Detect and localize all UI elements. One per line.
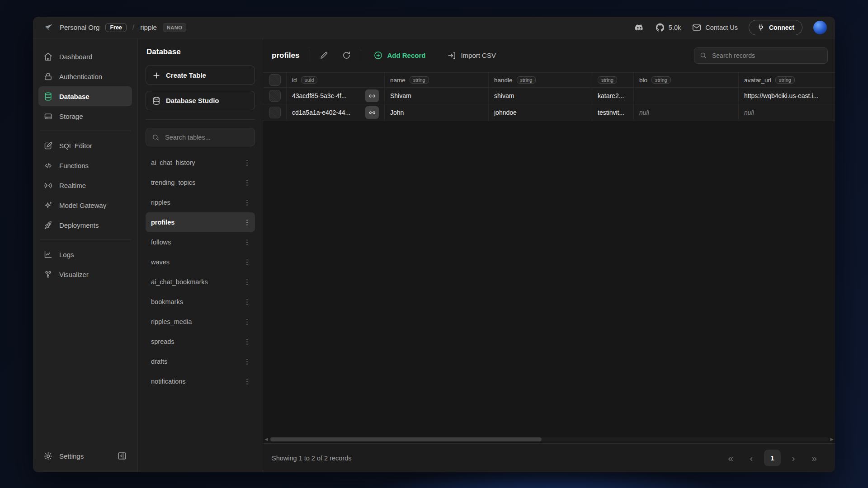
records-search-input[interactable]: [711, 52, 822, 60]
sidebar-item-label: Deployments: [59, 221, 99, 229]
cell-value: cd1a5a1a-e402-44...: [292, 109, 350, 116]
cell-value: 43acdf85-5a3c-4f...: [292, 92, 347, 99]
sidebar-item-label: Dashboard: [59, 53, 92, 61]
kebab-icon: [241, 258, 253, 267]
row-checkbox[interactable]: [269, 90, 281, 102]
connect-button[interactable]: Connect: [749, 20, 802, 35]
table-options-kebab-icon[interactable]: [241, 276, 253, 288]
table-name: ripples_media: [151, 318, 192, 325]
edit-table-button[interactable]: [319, 51, 329, 61]
column-type-badge: string: [598, 76, 617, 84]
table-options-kebab-icon[interactable]: [241, 256, 253, 268]
column-header-unnamed: string: [592, 73, 634, 87]
table-options-kebab-icon[interactable]: [241, 216, 253, 229]
github-link[interactable]: 5.0k: [655, 23, 681, 33]
table-options-kebab-icon[interactable]: [241, 355, 253, 368]
row-checkbox-cell: [263, 104, 287, 121]
sidebar-item-deployments[interactable]: Deployments: [38, 215, 132, 235]
records-grid: iduuidnamestringhandlestringstringbiostr…: [263, 73, 835, 443]
table-list-item-ai_chat_history[interactable]: ai_chat_history: [146, 153, 255, 173]
foreign-key-link-icon[interactable]: [365, 89, 379, 102]
database-studio-button[interactable]: Database Studio: [146, 91, 255, 110]
table-options-kebab-icon[interactable]: [241, 196, 253, 209]
sidebar-item-database[interactable]: Database: [38, 86, 132, 106]
table-name: trending_topics: [151, 179, 195, 186]
refresh-button[interactable]: [341, 51, 351, 61]
sidebar-item-model-gateway[interactable]: Model Gateway: [38, 195, 132, 215]
table-list-item-bookmarks[interactable]: bookmarks: [146, 292, 255, 312]
table-list-item-follows[interactable]: follows: [146, 232, 255, 252]
kebab-icon: [241, 338, 253, 346]
collapse-sidebar-button[interactable]: [117, 451, 127, 461]
scroll-right-arrow[interactable]: ▶: [830, 437, 834, 441]
table-list-item-profiles[interactable]: profiles: [146, 212, 255, 232]
first-page-button[interactable]: «: [722, 450, 739, 466]
table-search-input[interactable]: [164, 133, 249, 141]
import-icon: [447, 51, 456, 60]
table-list-item-trending_topics[interactable]: trending_topics: [146, 173, 255, 192]
table-list-item-spreads[interactable]: spreads: [146, 332, 255, 352]
select-all-checkbox[interactable]: [269, 74, 281, 86]
kebab-icon: [241, 198, 253, 207]
org-name[interactable]: Personal Org: [60, 23, 99, 31]
create-table-button[interactable]: Create Table: [146, 66, 255, 85]
kebab-icon: [241, 238, 253, 247]
database-panel: Database Create Table Database Studio: [138, 38, 263, 472]
storage-icon: [43, 112, 53, 121]
table-list-item-notifications[interactable]: notifications: [146, 371, 255, 391]
table-options-kebab-icon[interactable]: [241, 156, 253, 169]
sidebar-item-functions[interactable]: Functions: [38, 155, 132, 175]
table-options-kebab-icon[interactable]: [241, 176, 253, 189]
sidebar-item-logs[interactable]: Logs: [38, 244, 132, 264]
sidebar-item-dashboard[interactable]: Dashboard: [38, 47, 132, 66]
row-checkbox[interactable]: [269, 107, 281, 118]
table-name: waves: [151, 258, 170, 266]
sidebar-item-visualizer[interactable]: Visualizer: [38, 264, 132, 284]
scrollbar-track[interactable]: [269, 437, 829, 441]
table-list-item-waves[interactable]: waves: [146, 252, 255, 272]
table-options-kebab-icon[interactable]: [241, 236, 253, 249]
column-header-avatar_url: avatar_urlstring: [739, 73, 835, 87]
scroll-left-arrow[interactable]: ◀: [264, 437, 268, 441]
cell-value: katare2...: [598, 92, 624, 99]
table-options-kebab-icon[interactable]: [241, 315, 253, 328]
scrollbar-thumb[interactable]: [270, 437, 542, 441]
previous-page-button[interactable]: ‹: [743, 450, 760, 466]
sidebar-item-sql-editor[interactable]: SQL Editor: [38, 136, 132, 155]
project-name[interactable]: ripple: [140, 23, 157, 31]
current-page-button[interactable]: 1: [764, 450, 781, 466]
edit-icon: [43, 141, 53, 150]
sidebar-item-label: Authentication: [59, 73, 102, 80]
import-csv-button[interactable]: Import CSV: [444, 51, 499, 61]
add-record-label: Add Record: [387, 52, 425, 59]
sidebar-item-settings[interactable]: Settings: [38, 446, 132, 466]
cell-handle: johndoe: [489, 104, 592, 121]
last-page-button[interactable]: »: [806, 450, 822, 466]
table-name: follows: [151, 239, 171, 246]
column-type-badge: string: [651, 76, 671, 84]
foreign-key-link-icon[interactable]: [365, 106, 379, 119]
discord-icon[interactable]: [634, 23, 644, 33]
table-search-box: [146, 128, 255, 146]
table-options-kebab-icon[interactable]: [241, 375, 253, 388]
column-type-badge: string: [775, 76, 795, 84]
sidebar-item-label: Realtime: [59, 182, 86, 189]
cell-avatar_url: https://wqb4ciki.us-east.i...: [739, 88, 835, 104]
table-list-item-ai_chat_bookmarks[interactable]: ai_chat_bookmarks: [146, 272, 255, 292]
table-list-item-ripples_media[interactable]: ripples_media: [146, 312, 255, 332]
add-record-button[interactable]: Add Record: [371, 50, 428, 61]
table-options-kebab-icon[interactable]: [241, 296, 253, 308]
cell-value: testinvit...: [598, 109, 624, 116]
user-avatar[interactable]: [813, 21, 827, 34]
sidebar-item-authentication[interactable]: Authentication: [38, 66, 132, 86]
sidebar-item-realtime[interactable]: Realtime: [38, 175, 132, 195]
kebab-icon: [241, 357, 253, 366]
table-list-item-drafts[interactable]: drafts: [146, 352, 255, 371]
contact-us-link[interactable]: Contact Us: [692, 23, 738, 33]
next-page-button[interactable]: ›: [785, 450, 802, 466]
table-options-kebab-icon[interactable]: [241, 335, 253, 348]
cell-handle: shivam: [489, 88, 592, 104]
sidebar-item-storage[interactable]: Storage: [38, 106, 132, 126]
table-list-item-ripples[interactable]: ripples: [146, 192, 255, 212]
link-icon: [368, 92, 377, 100]
